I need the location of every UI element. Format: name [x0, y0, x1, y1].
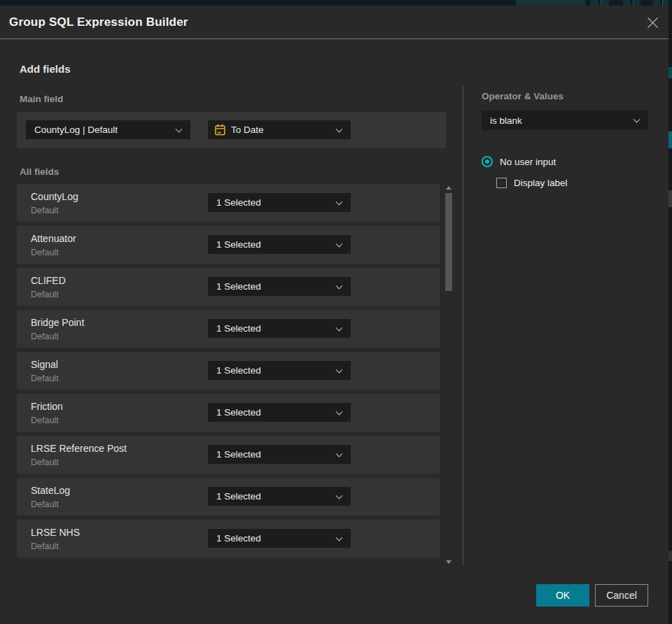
field-name: LRSE NHS	[31, 527, 80, 538]
operator-dropdown-value: is blank	[482, 115, 522, 126]
field-name: LRSE Reference Post	[31, 443, 127, 454]
field-subtitle: Default	[31, 332, 59, 341]
field-row-lrse-reference-post: LRSE Reference Post Default 1 Selected	[17, 436, 440, 474]
panel-divider	[463, 85, 463, 565]
group-sql-expression-builder-dialog: Group SQL Expression Builder Add fields …	[0, 6, 668, 624]
chevron-down-icon	[634, 116, 640, 123]
add-fields-heading: Add fields	[20, 63, 71, 75]
chevron-down-icon	[336, 240, 343, 247]
toolbar-fragment	[623, 0, 631, 6]
main-field-dropdown[interactable]: CountyLog | Default	[26, 120, 190, 139]
field-name: Attenuator	[31, 233, 76, 244]
field-selected-dropdown[interactable]: 1 Selected	[208, 445, 351, 464]
live-view-button[interactable]: Live view	[516, 0, 585, 6]
no-user-input-radio-row[interactable]: No user input	[482, 156, 556, 167]
main-field-type-dropdown[interactable]: To Date	[208, 120, 351, 139]
field-selected-dropdown[interactable]: 1 Selected	[208, 319, 351, 338]
background-fragment	[668, 67, 672, 78]
field-selected-dropdown[interactable]: 1 Selected	[208, 277, 351, 296]
field-row-attenuator: Attenuator Default 1 Selected	[17, 226, 440, 264]
field-selected-dropdown[interactable]: 1 Selected	[208, 487, 351, 506]
field-subtitle: Default	[31, 499, 59, 509]
background-fragment	[668, 190, 672, 207]
chevron-down-icon	[176, 125, 183, 132]
all-fields-list: CountyLog Default 1 Selected Attenuator …	[17, 184, 440, 562]
field-subtitle: Default	[31, 290, 59, 299]
main-field-container: CountyLog | Default To Date	[17, 112, 446, 148]
field-row-countylog: CountyLog Default 1 Selected	[17, 184, 440, 222]
toolbar-fragment	[653, 0, 660, 6]
chevron-down-icon	[336, 324, 343, 331]
field-name: StateLog	[31, 485, 70, 496]
field-selected-dropdown[interactable]: 1 Selected	[208, 235, 351, 254]
ok-button[interactable]: OK	[536, 584, 589, 607]
fields-list-scrollbar[interactable]	[444, 183, 454, 565]
display-label-checkbox-row[interactable]: Display label	[496, 178, 568, 188]
field-subtitle: Default	[31, 206, 59, 215]
chevron-down-icon	[336, 366, 343, 373]
field-row-bridge-point: Bridge Point Default 1 Selected	[17, 310, 440, 348]
chevron-down-icon	[336, 534, 343, 541]
chevron-down-icon	[336, 408, 343, 415]
toolbar-fragment	[590, 0, 598, 6]
field-row-statelog: StateLog Default 1 Selected	[17, 478, 440, 516]
field-selected-dropdown[interactable]: 1 Selected	[208, 403, 351, 422]
background-app-edge	[668, 6, 672, 624]
scroll-up-arrow-icon[interactable]	[446, 186, 451, 190]
close-icon	[647, 17, 659, 29]
main-field-type-value: To Date	[225, 125, 264, 135]
field-subtitle: Default	[31, 374, 59, 383]
field-subtitle: Default	[31, 541, 59, 551]
dialog-titlebar: Group SQL Expression Builder	[0, 6, 668, 38]
chevron-down-icon	[336, 450, 343, 457]
titlebar-divider	[0, 38, 668, 39]
scroll-down-arrow-icon[interactable]	[446, 560, 451, 564]
chevron-down-icon	[336, 492, 343, 499]
no-user-input-label: No user input	[500, 157, 556, 167]
field-name: Bridge Point	[31, 317, 84, 328]
operator-dropdown[interactable]: is blank	[482, 111, 648, 130]
chevron-down-icon	[336, 282, 343, 289]
field-name: CLIFED	[31, 275, 66, 286]
field-selected-dropdown[interactable]: 1 Selected	[208, 361, 351, 380]
background-fragment	[668, 132, 672, 148]
all-fields-label: All fields	[20, 166, 59, 177]
field-row-signal: Signal Default 1 Selected	[17, 352, 440, 390]
background-fragment	[668, 551, 672, 561]
calendar-to-date-icon	[215, 124, 225, 136]
field-selected-dropdown[interactable]: 1 Selected	[208, 529, 351, 548]
checkbox-unchecked-icon[interactable]	[496, 178, 507, 188]
chevron-down-icon	[336, 125, 343, 132]
field-name: Friction	[31, 401, 63, 412]
radio-selected-icon[interactable]	[482, 156, 493, 167]
field-name: Signal	[31, 359, 58, 370]
dialog-title: Group SQL Expression Builder	[9, 6, 188, 38]
field-name: CountyLog	[31, 191, 78, 202]
background-app-toolbar: Live view	[0, 0, 672, 6]
field-subtitle: Default	[31, 458, 59, 467]
chevron-down-icon	[336, 198, 343, 205]
field-row-friction: Friction Default 1 Selected	[17, 394, 440, 432]
live-view-label: Live view	[539, 0, 570, 1]
scrollbar-thumb[interactable]	[445, 193, 452, 291]
operator-values-label: Operator & Values	[482, 91, 564, 101]
field-row-clifed: CLIFED Default 1 Selected	[17, 268, 440, 306]
display-label-label: Display label	[514, 178, 568, 188]
toolbar-fragment	[633, 0, 640, 6]
close-button[interactable]	[641, 11, 664, 34]
field-subtitle: Default	[31, 416, 59, 425]
main-field-dropdown-value: CountyLog | Default	[26, 125, 118, 135]
field-subtitle: Default	[31, 248, 59, 257]
main-field-label: Main field	[20, 94, 63, 104]
field-row-lrse-nhs: LRSE NHS Default 1 Selected	[17, 520, 440, 558]
field-selected-dropdown[interactable]: 1 Selected	[208, 193, 351, 212]
toolbar-fragment	[601, 0, 609, 6]
toolbar-fragment	[662, 0, 668, 6]
cancel-button[interactable]: Cancel	[595, 584, 648, 607]
